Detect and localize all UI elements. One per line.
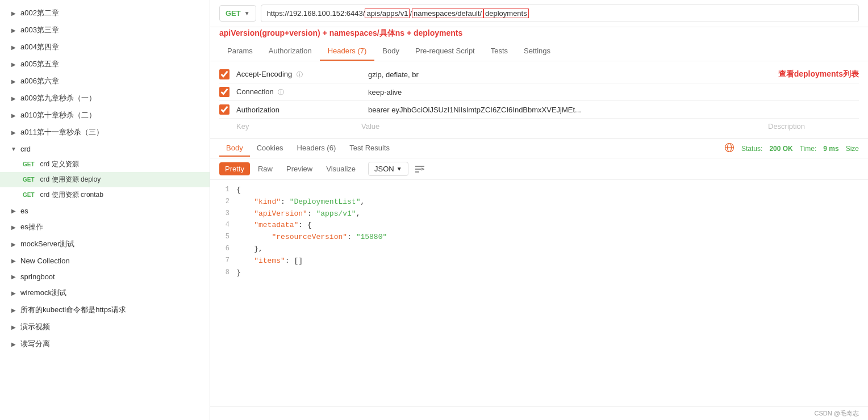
code-line-4: 4 "metadata": { <box>219 220 868 232</box>
sidebar-item-label: a009第九章秒杀（一） <box>20 93 201 103</box>
sidebar-item-label: a005第五章 <box>20 59 201 69</box>
tab-body[interactable]: Body <box>374 42 407 61</box>
chevron-right-icon: ▶ <box>9 43 18 52</box>
chevron-right-icon: ▶ <box>9 94 18 103</box>
sidebar-item-label: a002第二章 <box>20 8 201 18</box>
sidebar-item-read-write[interactable]: ▶ 读写分离 <box>0 335 210 352</box>
sidebar-item-crd-crontab[interactable]: GET crd 使用资源 crontab <box>0 187 210 203</box>
sidebar-item-mockserver[interactable]: ▶ mockServer测试 <box>0 236 210 253</box>
size-label: Size <box>846 145 859 153</box>
sidebar-item-demo-video[interactable]: ▶ 演示视频 <box>0 318 210 335</box>
sidebar-item-label: es <box>20 207 201 215</box>
sidebar-item-label: 所有的kubectl命令都是https请求 <box>20 305 201 315</box>
wrap-icon[interactable] <box>414 163 425 175</box>
header-checkbox-connection[interactable] <box>219 87 229 97</box>
url-input[interactable]: https://192.168.100.152:6443/apis/apps/v… <box>261 5 859 22</box>
sidebar-sub-item-label: crd 使用资源 crontab <box>40 190 103 200</box>
header-key-accept: Accept-Encoding ⓘ <box>236 70 361 79</box>
sidebar-item-a010[interactable]: ▶ a010第十章秒杀（二） <box>0 107 210 124</box>
sidebar-item-a004[interactable]: ▶ a004第四章 <box>0 39 210 56</box>
header-value-auth: bearer eyJhbGciOiJSUzI1NiIsImtpZCI6ZCI6I… <box>368 106 709 114</box>
sidebar-item-springboot[interactable]: ▶ springboot <box>0 268 210 284</box>
chevron-right-icon: ▶ <box>9 240 18 249</box>
sidebar-item-crd[interactable]: ▼ crd <box>0 141 210 157</box>
sidebar-item-label: 演示视频 <box>20 322 201 332</box>
sidebar-item-label: a003第三章 <box>20 25 201 35</box>
fmt-tab-preview[interactable]: Preview <box>281 162 318 175</box>
chevron-right-icon: ▶ <box>9 77 18 86</box>
fmt-tab-visualize[interactable]: Visualize <box>320 162 361 175</box>
sidebar-item-wiremock[interactable]: ▶ wiremock测试 <box>0 284 210 301</box>
code-line-3: 3 "apiVersion": "apps/v1", <box>219 208 868 220</box>
header-checkbox-accept[interactable] <box>219 69 229 79</box>
sidebar-item-es[interactable]: ▶ es <box>0 203 210 219</box>
method-select[interactable]: GET ▼ <box>219 5 256 22</box>
code-line-8: 8 } <box>219 267 868 279</box>
url-segment-deployments: deployments <box>483 9 529 18</box>
sidebar-item-new-collection[interactable]: ▶ New Collection <box>0 253 210 268</box>
sidebar-item-a005[interactable]: ▶ a005第五章 <box>0 56 210 73</box>
header-value-connection: keep-alive <box>368 88 859 96</box>
chevron-right-icon: ▶ <box>9 339 18 348</box>
resp-tab-body[interactable]: Body <box>219 140 250 157</box>
sidebar-item-label: wiremock测试 <box>20 288 201 298</box>
sidebar-item-a009[interactable]: ▶ a009第九章秒杀（一） <box>0 90 210 107</box>
tab-params[interactable]: Params <box>219 42 261 61</box>
code-line-5: 5 "resourceVersion": "15880" <box>219 232 868 243</box>
sidebar-sub-item-label: crd 使用资源 deploy <box>40 175 101 184</box>
info-icon: ⓘ <box>297 71 303 78</box>
tab-headers[interactable]: Headers (7) <box>320 42 375 61</box>
sidebar-item-a006[interactable]: ▶ a006第六章 <box>0 73 210 90</box>
response-panel: Body Cookies Headers (6) Test Results St… <box>210 139 868 406</box>
main-panel: GET ▼ https://192.168.100.152:6443/apis/… <box>210 0 868 420</box>
sidebar-item-label: a004第四章 <box>20 42 201 52</box>
sidebar-item-label: 读写分离 <box>20 339 201 349</box>
sidebar-item-kubectl[interactable]: ▶ 所有的kubectl命令都是https请求 <box>0 301 210 318</box>
resp-tab-cookies[interactable]: Cookies <box>250 140 290 157</box>
tab-authorization[interactable]: Authorization <box>261 42 320 61</box>
sidebar-item-crd-deploy[interactable]: GET crd 使用资源 deploy <box>0 172 210 187</box>
header-row-auth: Authorization bearer eyJhbGciOiJSUzI1NiI… <box>219 101 859 119</box>
fmt-tab-raw[interactable]: Raw <box>252 162 278 175</box>
code-line-1: 1 { <box>219 184 868 196</box>
sidebar-item-es-ops[interactable]: ▶ es操作 <box>0 219 210 236</box>
sidebar-item-label: New Collection <box>20 257 201 265</box>
sidebar-item-label: a011第十一章秒杀（三） <box>20 127 201 137</box>
sidebar-item-a002[interactable]: ▶ a002第二章 <box>0 5 210 22</box>
chevron-right-icon: ▶ <box>9 111 18 120</box>
chevron-down-icon: ▼ <box>9 144 18 153</box>
chevron-down-icon: ▼ <box>397 166 402 172</box>
header-row-accept: Accept-Encoding ⓘ gzip, deflate, br 查看de… <box>219 66 859 83</box>
json-format-select[interactable]: JSON ▼ <box>368 162 408 176</box>
tab-tests[interactable]: Tests <box>483 42 516 61</box>
resp-tab-test-results[interactable]: Test Results <box>343 140 397 157</box>
sidebar-item-crd-define[interactable]: GET crd 定义资源 <box>0 157 210 172</box>
chevron-right-icon: ▶ <box>9 272 18 281</box>
sidebar-item-a003[interactable]: ▶ a003第三章 <box>0 22 210 39</box>
info-icon: ⓘ <box>278 89 284 95</box>
tab-settings[interactable]: Settings <box>516 42 558 61</box>
chevron-right-icon: ▶ <box>9 60 18 69</box>
method-badge-get: GET <box>20 191 37 199</box>
sidebar-item-a011[interactable]: ▶ a011第十一章秒杀（三） <box>0 124 210 141</box>
tab-pre-request[interactable]: Pre-request Script <box>407 42 483 61</box>
sidebar: ▶ a002第二章 ▶ a003第三章 ▶ a004第四章 ▶ a005第五章 … <box>0 0 210 420</box>
chevron-right-icon: ▶ <box>9 322 18 331</box>
chevron-right-icon: ▶ <box>9 256 18 265</box>
method-badge-get: GET <box>20 161 37 168</box>
url-annotation: apiVersion(group+version) + namespaces/具… <box>210 27 868 42</box>
code-line-7: 7 "items": [] <box>219 255 868 267</box>
chevron-right-icon: ▶ <box>9 128 18 137</box>
footer: CSDN @毛奇志 <box>210 406 868 420</box>
header-desc-placeholder: Description <box>768 122 859 131</box>
format-bar: Pretty Raw Preview Visualize JSON ▼ <box>210 158 868 180</box>
header-checkbox-auth[interactable] <box>219 104 229 115</box>
header-key-connection: Connection ⓘ <box>236 87 361 96</box>
resp-tab-headers[interactable]: Headers (6) <box>290 140 343 157</box>
sidebar-item-label: crd <box>20 145 201 153</box>
fmt-tab-pretty[interactable]: Pretty <box>219 162 250 175</box>
url-segment-api: apis/apps/v1 <box>365 9 410 18</box>
chevron-right-icon: ▶ <box>9 9 18 18</box>
method-badge-get: GET <box>20 176 37 183</box>
header-key-auth: Authorization <box>236 106 361 114</box>
